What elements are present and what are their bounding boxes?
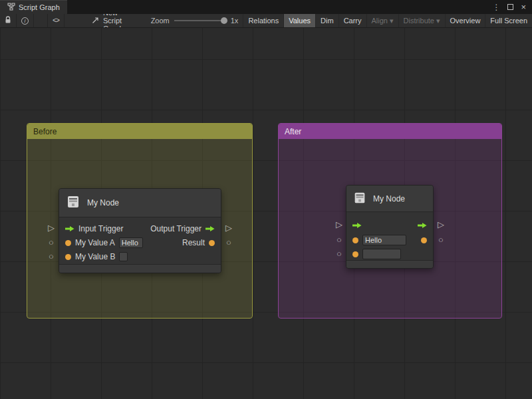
flow-arrow-icon [418,222,427,229]
external-value-port[interactable]: ○ [436,235,446,244]
port-output-trigger[interactable]: Output Trigger [150,222,221,235]
external-value-port[interactable]: ○ [47,252,56,261]
value-port-icon [209,240,215,246]
port-input-trigger[interactable]: Input Trigger [59,222,123,235]
overview-button[interactable]: Overview [445,14,485,27]
port-my-value-a[interactable] [346,233,406,247]
distribute-dropdown[interactable]: Distribute ▾ [398,14,445,27]
group-after-header[interactable]: After [279,124,501,139]
graph-cursor-icon [92,17,99,25]
node-icon [352,190,367,207]
close-icon[interactable]: × [521,4,526,11]
external-value-port[interactable]: ○ [334,249,344,258]
my-value-b-field[interactable] [119,252,128,261]
maximize-icon[interactable] [507,4,513,10]
value-port-icon [352,251,358,257]
window-controls: ⋮ × [492,0,532,14]
values-button[interactable]: Values [283,14,315,27]
kebab-menu-icon[interactable]: ⋮ [492,3,500,12]
lock-button[interactable] [0,14,17,27]
toolbar-buttons: Relations Values Dim Carry Align ▾ Distr… [243,14,532,27]
carry-button[interactable]: Carry [338,14,366,27]
port-row [346,219,433,232]
external-value-port[interactable]: ○ [224,238,233,247]
graph-name-label: New Script Graph [103,14,124,28]
port-row [346,233,433,247]
port-output-trigger[interactable] [418,219,433,232]
value-port-icon [352,237,358,243]
port-row [346,247,433,261]
align-dropdown[interactable]: Align ▾ [366,14,398,27]
port-row: My Value A Result [59,236,221,249]
value-port-icon [65,254,71,260]
script-graph-icon [7,3,15,12]
zoom-value: 1x [231,17,239,25]
tab-title: Script Graph [19,3,60,11]
value-port-icon [421,237,427,243]
port-row: My Value B [59,250,221,263]
port-my-value-b[interactable]: My Value B [59,250,128,263]
port-row: Input Trigger Output Trigger [59,222,221,235]
chevron-down-icon: ▾ [436,17,440,25]
code-icon: <> [53,17,59,25]
relations-button[interactable]: Relations [243,14,283,27]
port-result[interactable]: Result [182,236,221,249]
external-value-port[interactable]: ○ [47,238,56,247]
node-my-node-before[interactable]: My Node Input Trigger Output Trigger My … [59,188,221,273]
node-title: My Node [373,194,405,203]
node-header[interactable]: My Node [59,189,221,217]
flow-arrow-icon [205,225,215,232]
graph-name-button[interactable]: New Script Graph [87,14,129,27]
zoom-slider[interactable] [174,20,226,21]
code-view-button[interactable]: <> [47,14,65,27]
port-my-value-b[interactable] [346,247,401,261]
my-value-a-field[interactable] [362,235,406,245]
my-value-b-field[interactable] [362,249,401,259]
my-value-a-field[interactable] [119,237,143,248]
group-title: Before [33,127,57,136]
external-trigger-port[interactable]: ▷ [436,220,446,229]
lock-icon [5,16,11,25]
value-port-icon [65,240,71,246]
dim-button[interactable]: Dim [315,14,338,27]
flow-arrow-icon [65,225,74,232]
chevron-down-icon: ▾ [390,17,394,25]
tab-script-graph[interactable]: Script Graph [0,0,67,14]
node-icon [65,194,81,212]
external-trigger-port[interactable]: ▷ [334,220,344,229]
zoom-slider-handle[interactable] [221,17,227,24]
external-trigger-port[interactable]: ▷ [224,223,233,232]
port-my-value-a[interactable]: My Value A [59,236,143,249]
node-my-node-after[interactable]: My Node [346,185,434,269]
group-title: After [285,127,301,136]
fullscreen-button[interactable]: Full Screen [485,14,532,27]
flow-arrow-icon [352,222,362,229]
info-button[interactable]: i [17,14,34,27]
tab-bar: Script Graph ⋮ × [0,0,532,14]
zoom-control: Zoom 1x [146,14,243,27]
graph-toolbar: i <> New Script Graph Zoom 1x Relations … [0,14,532,28]
graph-canvas[interactable]: Before After My Node Input Trigger [0,28,532,399]
zoom-label: Zoom [151,17,170,25]
node-header[interactable]: My Node [346,186,433,212]
node-footer [346,260,433,268]
external-trigger-port[interactable]: ▷ [47,223,56,232]
node-title: My Node [87,198,119,207]
group-before-header[interactable]: Before [27,124,252,139]
external-value-port[interactable]: ○ [334,235,344,244]
info-icon: i [21,17,29,25]
port-input-trigger[interactable] [346,219,362,232]
node-footer [59,264,221,273]
port-result[interactable] [421,233,433,247]
